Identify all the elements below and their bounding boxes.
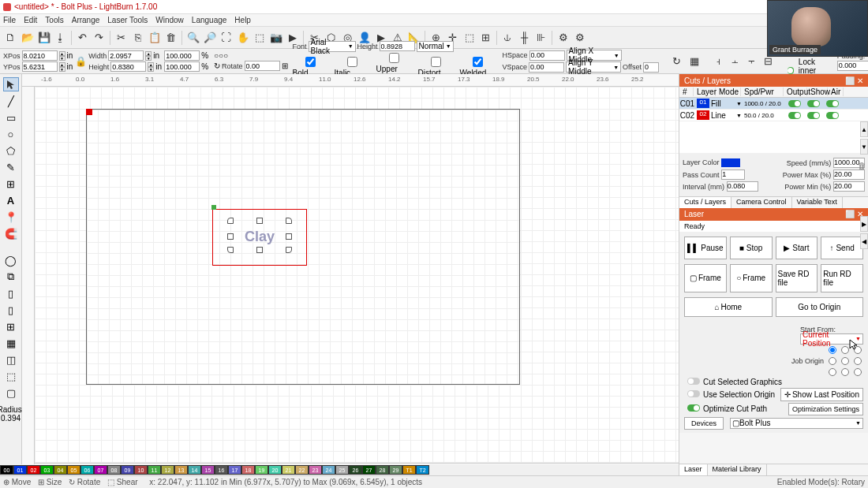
magnet-icon[interactable]: 🧲: [3, 226, 19, 240]
handle-tr[interactable]: [286, 218, 292, 224]
menu-file[interactable]: File: [3, 16, 16, 24]
select-frame-icon[interactable]: ⬚: [252, 30, 267, 45]
upper-check[interactable]: [376, 53, 412, 63]
bool1-icon[interactable]: ◫: [3, 352, 19, 367]
color-swatch-10[interactable]: 10: [134, 465, 148, 475]
color-swatch-03[interactable]: 03: [40, 465, 54, 475]
color-swatch-26[interactable]: 26: [349, 465, 362, 475]
tab-camera[interactable]: Camera Control: [731, 197, 792, 208]
air-toggle-1[interactable]: [826, 100, 839, 107]
zoom-out-icon[interactable]: 🔎: [202, 30, 217, 45]
show-toggle-1[interactable]: [807, 100, 820, 107]
delete-icon[interactable]: 🗑: [163, 30, 178, 45]
color-swatch-T2[interactable]: T2: [416, 465, 429, 475]
color-swatch-25[interactable]: 25: [335, 465, 349, 475]
use-sel-toggle[interactable]: [687, 390, 700, 397]
color-swatch-02[interactable]: 02: [27, 465, 40, 475]
bool3-icon[interactable]: ▢: [3, 386, 19, 400]
stack2-icon[interactable]: ▯: [3, 303, 19, 317]
font-select[interactable]: Arial Black▼: [309, 41, 356, 52]
lock-inner-toggle[interactable]: [788, 67, 794, 74]
pmin-input[interactable]: [833, 181, 865, 192]
ypos-input[interactable]: [22, 61, 58, 72]
tab-laser[interactable]: Laser: [679, 464, 708, 475]
pct-w-input[interactable]: [164, 50, 200, 61]
color-swatch-18[interactable]: 18: [241, 465, 255, 475]
color-swatch-11[interactable]: 11: [148, 465, 161, 475]
cut-icon[interactable]: ✂: [114, 30, 129, 45]
hspace-input[interactable]: [529, 50, 565, 61]
handle-bm[interactable]: [256, 247, 263, 253]
show-toggle-2[interactable]: [807, 112, 820, 119]
menu-tools[interactable]: Tools: [45, 16, 63, 24]
color-swatch-T1[interactable]: T1: [402, 465, 416, 475]
device-select[interactable]: ▢ Bolt Plus▼: [730, 418, 863, 429]
cuts-panel-header[interactable]: Cuts / Layers ⬜ ✕: [679, 74, 868, 87]
pmax-input[interactable]: [833, 169, 865, 180]
color-swatch-01[interactable]: 01: [13, 465, 27, 475]
opt-path-toggle[interactable]: [687, 404, 700, 412]
grid-icon[interactable]: ⊞: [3, 319, 19, 333]
output-toggle-2[interactable]: [788, 112, 801, 119]
save-rd-button[interactable]: Save RD file: [776, 264, 818, 292]
delete-layer-icon[interactable]: 🗑: [858, 161, 866, 170]
tab-material[interactable]: Material Library: [708, 464, 767, 475]
color-swatch-08[interactable]: 08: [107, 465, 121, 475]
layer-up-icon[interactable]: ▲: [860, 121, 868, 137]
handle-tl[interactable]: [227, 218, 234, 224]
color-swatch-00[interactable]: 00: [0, 465, 13, 475]
menu-bar[interactable]: File Edit Tools Arrange Laser Tools Wind…: [0, 14, 868, 27]
handle-bl[interactable]: [227, 247, 234, 253]
cut-sel-toggle[interactable]: [687, 378, 700, 385]
color-swatch-12[interactable]: 12: [161, 465, 174, 475]
pause-button[interactable]: ▌▌Pause: [684, 237, 727, 259]
canvas-area[interactable]: -1.6 0.0 1.6 3.1 4.7 6.3 7.9 9.4 11.0 12…: [22, 74, 679, 475]
start-button[interactable]: ▶Start: [776, 237, 818, 259]
bold-check[interactable]: [293, 57, 328, 67]
stop-button[interactable]: ■Stop: [730, 237, 773, 259]
handle-ml[interactable]: [227, 233, 234, 240]
vspace-input[interactable]: [529, 62, 564, 73]
handle-mr[interactable]: [286, 233, 292, 240]
run-rd-button[interactable]: Run RD file: [821, 264, 863, 292]
menu-help[interactable]: Help: [234, 16, 251, 24]
expand-r-icon[interactable]: ▶: [860, 216, 868, 232]
align-r-icon[interactable]: ⫟: [744, 54, 759, 69]
menu-arrange[interactable]: Arrange: [72, 16, 100, 24]
new-icon[interactable]: 🗋: [3, 30, 18, 45]
bool2-icon[interactable]: ⬚: [3, 369, 19, 383]
rotate-input[interactable]: [245, 61, 280, 71]
frame2-button[interactable]: ○Frame: [730, 264, 773, 292]
distort-check[interactable]: [418, 57, 454, 67]
color-swatch-05[interactable]: 05: [67, 465, 80, 475]
handle-br[interactable]: [286, 247, 292, 253]
pan-icon[interactable]: ✋: [235, 30, 250, 45]
color-swatch-24[interactable]: 24: [322, 465, 335, 475]
opt-settings-button[interactable]: Optimization Settings: [788, 403, 863, 415]
pass-input[interactable]: [721, 169, 745, 180]
show-last-button[interactable]: ✛Show Last Position: [780, 388, 863, 401]
send-button[interactable]: ↑Send: [821, 237, 863, 259]
align-c-icon[interactable]: ⫠: [728, 54, 743, 69]
stack1-icon[interactable]: ▯: [3, 286, 19, 300]
settings2-icon[interactable]: ⚙: [572, 30, 587, 45]
laser-panel-header[interactable]: Laser ⬜ ✕: [679, 208, 868, 221]
tab-vartext[interactable]: Variable Text: [792, 197, 843, 208]
layer-icon[interactable]: ⧉: [3, 270, 19, 284]
import-icon[interactable]: ⭳: [53, 30, 68, 45]
color-swatch-19[interactable]: 19: [255, 465, 268, 475]
expand-l-icon[interactable]: ◀: [860, 233, 868, 249]
copy-icon[interactable]: ⎘: [130, 30, 145, 45]
italic-check[interactable]: [335, 57, 370, 67]
paste-icon[interactable]: 📋: [147, 30, 162, 45]
rect-tool-icon[interactable]: ▭: [3, 110, 19, 125]
menu-edit[interactable]: Edit: [24, 16, 37, 24]
color-swatch-27[interactable]: 27: [362, 465, 376, 475]
color-swatch-04[interactable]: 04: [54, 465, 67, 475]
color-swatch-22[interactable]: 22: [295, 465, 309, 475]
air-toggle-2[interactable]: [826, 112, 839, 119]
zoom-in-icon[interactable]: 🔍: [185, 30, 200, 45]
offset-input[interactable]: [643, 62, 659, 73]
interval-input[interactable]: [727, 181, 758, 192]
color-swatch-23[interactable]: 23: [309, 465, 322, 475]
